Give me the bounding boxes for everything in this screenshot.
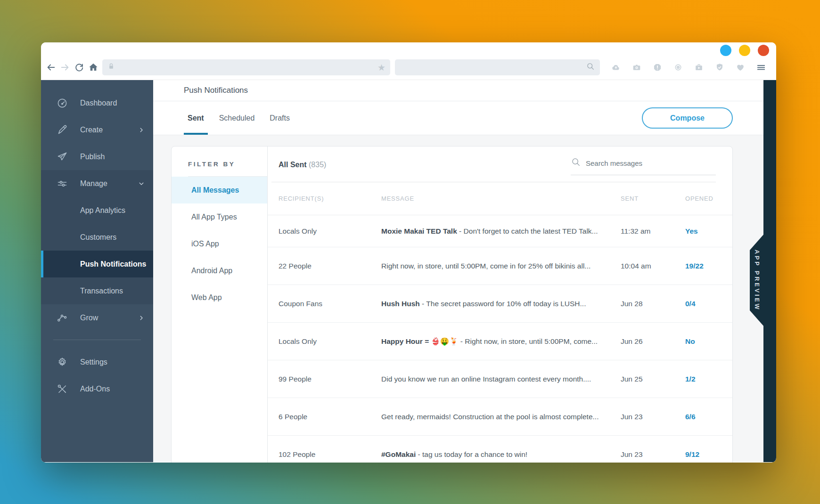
table-row[interactable]: Locals Only Moxie Makai TED Talk - Don't… <box>268 215 732 247</box>
browser-chrome: ★ <box>41 42 776 80</box>
row-message-rest: - Don't forget to catch the latest TED T… <box>457 227 598 235</box>
sidebar-item-create[interactable]: Create <box>41 116 153 143</box>
traffic-light-red[interactable] <box>758 45 769 56</box>
sidebar-item-label: Grow <box>80 314 98 322</box>
forward-button[interactable] <box>60 62 70 73</box>
tab-drafts[interactable]: Drafts <box>266 101 294 135</box>
sidebar-item-label: App Analytics <box>80 206 125 215</box>
row-message-rest: Right now, in store, until 5:00PM, come … <box>381 262 590 270</box>
row-message: Get ready, mermaids! Construction at the… <box>374 413 614 421</box>
sidebar-item-customers[interactable]: Customers <box>41 224 153 251</box>
row-opened[interactable]: 9/12 <box>678 450 716 459</box>
sliders-icon <box>57 178 68 189</box>
browser-search-bar[interactable] <box>395 59 600 75</box>
message-search-input[interactable] <box>586 159 716 167</box>
table-row[interactable]: Coupon Fans Hush Hush - The secret passw… <box>268 285 732 323</box>
filter-item-all-app-types[interactable]: All App Types <box>172 203 267 230</box>
broadcast-icon[interactable] <box>673 63 683 72</box>
menu-icon[interactable] <box>756 63 766 72</box>
pencil-icon <box>57 124 68 136</box>
row-message-rest: Did you know we run an online Instagram … <box>381 375 591 383</box>
sidebar-item-label: Add-Ons <box>80 385 110 393</box>
sidebar-manage-section: Manage App Analytics Customers Push Noti… <box>41 170 153 304</box>
reload-button[interactable] <box>74 62 84 73</box>
sidebar-item-push-notifications[interactable]: Push Notifications <box>41 251 153 277</box>
table-row[interactable]: 6 People Get ready, mermaids! Constructi… <box>268 398 732 436</box>
paper-plane-icon <box>57 151 68 163</box>
home-button[interactable] <box>88 62 98 73</box>
camera-icon[interactable] <box>632 63 641 72</box>
row-message: Happy Hour = 👙🤑🍹 - Right now, in store, … <box>374 337 614 346</box>
row-recipients: 6 People <box>271 413 374 421</box>
app-preview-tab[interactable]: APP PREVIEW <box>750 234 764 326</box>
row-message-rest: - The secret password for 10% off today … <box>420 300 586 308</box>
sidebar-item-transactions[interactable]: Transactions <box>41 277 153 304</box>
row-opened[interactable]: 6/6 <box>678 413 716 421</box>
row-message-rest: Get ready, mermaids! Construction at the… <box>381 413 599 421</box>
alert-octagon-icon[interactable] <box>653 63 662 72</box>
sidebar-item-label: Customers <box>80 233 116 242</box>
shield-check-icon[interactable] <box>715 63 724 72</box>
sidebar-item-manage[interactable]: Manage <box>41 170 153 197</box>
row-sent: 10:04 am <box>614 262 678 270</box>
chevron-right-icon <box>138 127 145 133</box>
row-opened[interactable]: 0/4 <box>678 300 716 308</box>
search-icon <box>571 157 581 169</box>
sidebar-item-add-ons[interactable]: Add-Ons <box>41 375 153 402</box>
row-message-bold: Happy Hour = 👙🤑🍹 <box>381 337 459 345</box>
messages-table: All Sent (835) RECIPIENT(S) <box>268 146 732 463</box>
sidebar-item-label: Publish <box>80 153 105 161</box>
table-row[interactable]: 22 People Right now, in store, until 5:0… <box>268 247 732 285</box>
row-sent: Jun 23 <box>614 413 678 421</box>
heart-icon[interactable] <box>736 63 745 72</box>
back-button[interactable] <box>46 62 56 73</box>
row-opened[interactable]: Yes <box>678 227 716 236</box>
filter-heading: FILTER BY <box>188 161 267 168</box>
row-sent: Jun 23 <box>614 450 678 459</box>
row-message: Hush Hush - The secret password for 10% … <box>374 300 614 308</box>
browser-search-input[interactable] <box>400 64 586 71</box>
row-opened[interactable]: 1/2 <box>678 375 716 383</box>
table-count: (835) <box>309 161 326 169</box>
traffic-light-blue[interactable] <box>720 45 731 56</box>
row-opened[interactable]: No <box>678 337 716 346</box>
message-search[interactable] <box>571 157 716 175</box>
gauge-icon <box>57 98 68 109</box>
right-rail <box>763 80 776 462</box>
lock-icon <box>107 62 115 73</box>
compose-button[interactable]: Compose <box>642 107 733 129</box>
app-preview-label: APP PREVIEW <box>754 250 760 311</box>
table-row[interactable]: Locals Only Happy Hour = 👙🤑🍹 - Right now… <box>268 323 732 360</box>
row-recipients: 22 People <box>271 262 374 270</box>
url-input[interactable] <box>115 64 377 71</box>
star-icon[interactable]: ★ <box>377 63 385 72</box>
sidebar-item-publish[interactable]: Publish <box>41 143 153 170</box>
table-row[interactable]: 102 People #GoMakai - tag us today for a… <box>268 436 732 463</box>
tab-sent[interactable]: Sent <box>184 101 208 135</box>
sidebar-item-grow[interactable]: Grow <box>41 304 153 331</box>
sidebar-item-label: Dashboard <box>80 99 117 107</box>
sidebar-item-dashboard[interactable]: Dashboard <box>41 89 153 116</box>
briefcase-play-icon[interactable] <box>694 63 704 72</box>
chevron-right-icon <box>138 315 145 321</box>
cloud-upload-icon[interactable] <box>611 63 621 72</box>
row-message-bold: Moxie Makai TED Talk <box>381 227 457 235</box>
row-opened[interactable]: 19/22 <box>678 262 716 270</box>
table-row[interactable]: 99 People Did you know we run an online … <box>268 360 732 398</box>
sidebar-item-label: Manage <box>80 179 107 188</box>
row-message: Right now, in store, until 5:00PM, come … <box>374 262 614 270</box>
row-message: #GoMakai - tag us today for a chance to … <box>374 450 614 459</box>
sidebar-item-settings[interactable]: Settings <box>41 349 153 375</box>
tab-scheduled[interactable]: Scheduled <box>215 101 259 135</box>
filter-item-ios-app[interactable]: iOS App <box>172 230 267 257</box>
filter-item-android-app[interactable]: Android App <box>172 257 267 284</box>
sidebar-item-app-analytics[interactable]: App Analytics <box>41 197 153 224</box>
address-bar[interactable]: ★ <box>102 59 390 75</box>
row-sent: Jun 25 <box>614 375 678 383</box>
traffic-light-yellow[interactable] <box>739 45 750 56</box>
row-message-rest: - tag us today for a chance to win! <box>416 450 527 458</box>
filter-item-web-app[interactable]: Web App <box>172 284 267 311</box>
page-header: Push Notifications <box>153 80 776 101</box>
filter-item-all-messages[interactable]: All Messages <box>172 177 267 203</box>
sidebar: Dashboard Create Publish Manage App Anal… <box>41 80 153 462</box>
